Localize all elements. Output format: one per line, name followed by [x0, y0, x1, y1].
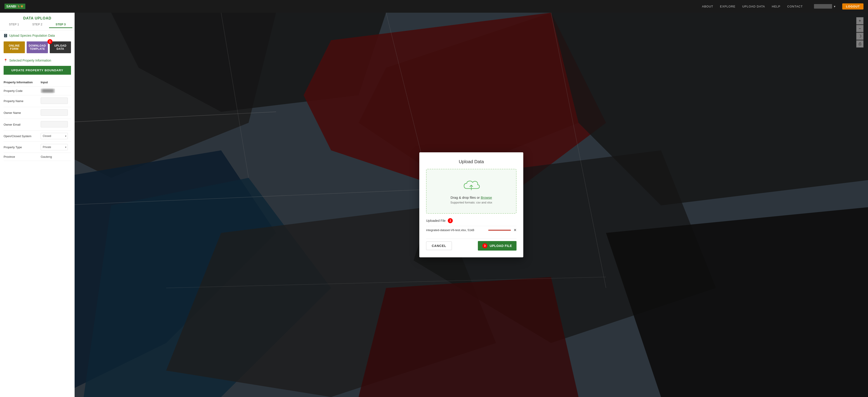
remove-file-button[interactable]: ✕ [514, 228, 517, 232]
row-label-owner-name: Owner Name [4, 107, 41, 119]
system-type-select-wrapper[interactable]: Closed Open [41, 133, 68, 139]
logo: SANBI 🦌🦁 [4, 4, 25, 9]
browse-link[interactable]: Browse [481, 196, 492, 199]
nav-about[interactable]: ABOUT [702, 5, 713, 8]
navbar: SANBI 🦌🦁 ABOUT EXPLORE UPLOAD DATA HELP … [0, 0, 868, 13]
upload-data-modal: Upload Data Drag & drop files or [419, 152, 523, 257]
row-value-owner-name[interactable] [41, 107, 71, 119]
file-name: integrated-dataset-V6-test.xlsx, 51kB [426, 228, 486, 232]
sidebar-title: DATA UPLOAD [0, 13, 74, 23]
table-row: Owner Email [4, 119, 71, 131]
col-header-input: Input [41, 78, 71, 86]
table-row: Property Code ██████ [4, 86, 71, 95]
dropzone-text: Drag & drop files or Browse [431, 196, 512, 199]
uploaded-file-header: Uploaded File 2 [426, 218, 517, 223]
owner-email-input[interactable] [41, 121, 68, 127]
row-label-property-code: Property Code [4, 86, 41, 95]
progress-bar-fill [488, 230, 511, 231]
main-layout: DATA UPLOAD STEP 1 STEP 2 STEP 3 🗄️ Uplo… [0, 0, 868, 397]
logout-button[interactable]: LOGOUT [842, 3, 864, 9]
selected-property-section: 📍 Selected Property Information [0, 57, 74, 64]
nav-explore[interactable]: EXPLORE [720, 5, 735, 8]
table-row: Owner Name [4, 107, 71, 119]
row-label-property-type: Property Type [4, 142, 41, 153]
nav-contact[interactable]: CONTACT [787, 5, 803, 8]
row-label-owner-email: Owner Email [4, 119, 41, 131]
cancel-button[interactable]: CANCEL [426, 242, 452, 250]
upload-file-label: UPLOAD FILE [490, 244, 512, 248]
row-value-property-code: ██████ [41, 86, 71, 95]
user-area: ▾ [814, 4, 835, 8]
step-3[interactable]: STEP 3 [49, 23, 72, 28]
row-value-province: Gauteng [41, 153, 71, 161]
step-2[interactable]: STEP 2 [26, 23, 49, 28]
download-template-button[interactable]: DOWNLOADTEMPLATE [27, 41, 48, 53]
logo-text: SANBI [6, 4, 16, 8]
step-1[interactable]: STEP 1 [2, 23, 26, 28]
update-property-boundary-button[interactable]: UPDATE PROPERTY BOUNDARY [4, 66, 71, 75]
user-avatar [814, 4, 832, 8]
row-label-province: Province [4, 153, 41, 161]
row-value-property-name[interactable] [41, 95, 71, 107]
modal-overlay: Upload Data Drag & drop files or [74, 13, 868, 397]
steps-nav: STEP 1 STEP 2 STEP 3 [0, 23, 74, 31]
supported-formats-text: Supported formats: csv and xlsx [431, 201, 512, 204]
upload-section: 🗄️ Upload Species Population Data [0, 31, 74, 41]
row-label-system-type: Open/Closed System [4, 131, 41, 142]
selected-property-label: Selected Property Information [9, 59, 51, 62]
database-icon: 🗄️ [4, 34, 7, 37]
property-type-select-wrapper[interactable]: Private Public [41, 144, 68, 150]
nav-help[interactable]: HELP [772, 5, 780, 8]
table-row: Province Gauteng [4, 153, 71, 161]
property-type-select[interactable]: Private Public [41, 144, 68, 150]
blurred-code: ██████ [41, 89, 55, 93]
row-value-owner-email[interactable] [41, 119, 71, 131]
table-row: Property Type Private Public [4, 142, 71, 153]
modal-actions: CANCEL 3 UPLOAD FILE [426, 238, 517, 251]
row-value-system-type[interactable]: Closed Open [41, 131, 71, 142]
logo-animals: 🦌🦁 [17, 5, 24, 8]
property-table-section: Property Information Input Property Code… [0, 78, 74, 161]
sidebar: DATA UPLOAD STEP 1 STEP 2 STEP 3 🗄️ Uplo… [0, 13, 74, 397]
badge-3: 3 [483, 243, 487, 248]
uploaded-file-label: Uploaded File [426, 219, 445, 223]
online-form-button[interactable]: ONLINEFORM [4, 41, 25, 53]
property-table: Property Information Input Property Code… [4, 78, 71, 161]
system-type-select[interactable]: Closed Open [41, 133, 68, 139]
map-area: + − ☽ ⎙ Upload Data [74, 13, 868, 397]
logo-box: SANBI 🦌🦁 [4, 4, 25, 9]
navbar-nav: ABOUT EXPLORE UPLOAD DATA HELP CONTACT ▾… [702, 3, 864, 9]
upload-data-button[interactable]: UPLOADDATA [50, 41, 71, 53]
row-label-property-name: Property Name [4, 95, 41, 107]
upload-section-title: 🗄️ Upload Species Population Data [4, 34, 71, 37]
nav-upload-data[interactable]: UPLOAD DATA [742, 5, 765, 8]
upload-section-label: Upload Species Population Data [9, 34, 55, 37]
row-value-property-type[interactable]: Private Public [41, 142, 71, 153]
user-dropdown-arrow[interactable]: ▾ [834, 5, 835, 8]
file-row: integrated-dataset-V6-test.xlsx, 51kB ✕ [426, 226, 517, 234]
modal-title: Upload Data [426, 159, 517, 164]
location-icon: 📍 [4, 59, 7, 62]
property-name-input[interactable] [41, 97, 68, 104]
cloud-upload-icon [462, 178, 480, 192]
uploaded-file-section: Uploaded File 2 integrated-dataset-V6-te… [426, 218, 517, 234]
table-row: Open/Closed System Closed Open [4, 131, 71, 142]
upload-file-button[interactable]: 3 UPLOAD FILE [478, 241, 517, 251]
progress-bar [488, 230, 511, 231]
badge-2: 2 [448, 218, 453, 223]
dropzone[interactable]: Drag & drop files or Browse Supported fo… [426, 169, 517, 214]
table-row: Property Name [4, 95, 71, 107]
action-buttons: ONLINEFORM DOWNLOADTEMPLATE UPLOADDATA 1 [0, 41, 74, 53]
owner-name-input[interactable] [41, 109, 68, 116]
badge-1: 1 [48, 39, 53, 44]
drag-drop-text: Drag & drop files or [451, 196, 480, 199]
col-header-info: Property Information [4, 78, 41, 86]
